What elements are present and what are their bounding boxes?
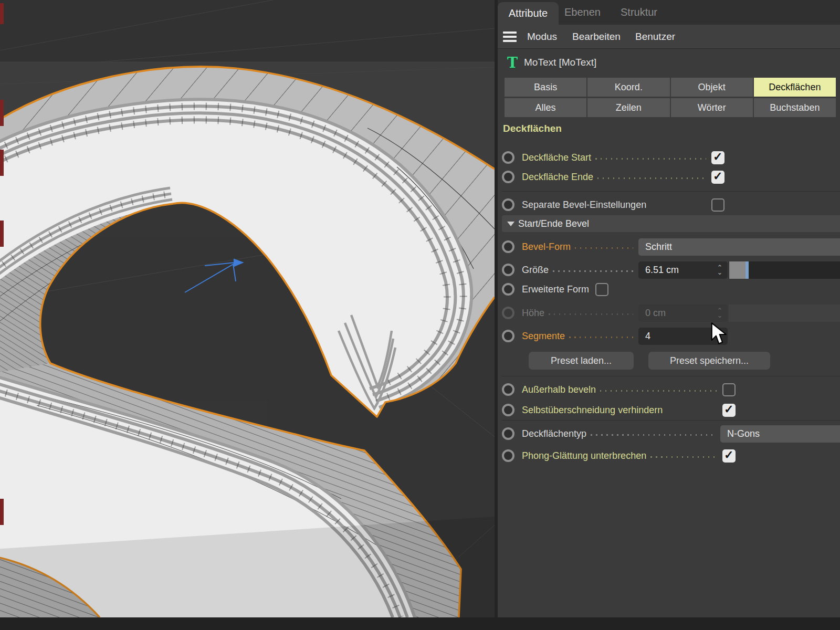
preset-load-button[interactable]: Preset laden... — [529, 352, 634, 370]
tab-attribute[interactable]: Attribute — [498, 2, 559, 25]
tab-buchstaben[interactable]: Buchstaben — [754, 98, 836, 117]
field-label: Bevel-Form — [522, 242, 571, 253]
row-hoehe: Höhe 0 cm ⌃⌄ — [498, 303, 840, 322]
field-label: Höhe — [522, 308, 544, 319]
row-deckflaechentyp: Deckflächentyp N-Gons — [498, 424, 840, 443]
anim-dot[interactable] — [502, 151, 514, 164]
collapse-triangle-icon — [507, 222, 514, 226]
anim-dot[interactable] — [502, 404, 514, 416]
tab-struktur[interactable]: Struktur — [621, 0, 657, 25]
anim-dot[interactable] — [502, 171, 514, 183]
group-label: Start/Ende Bevel — [518, 218, 589, 229]
field-label: Separate Bevel-Einstellungen — [522, 200, 646, 211]
dotted-leader — [591, 434, 715, 436]
anim-dot[interactable] — [502, 449, 514, 462]
group-start-ende-bevel[interactable]: Start/Ende Bevel — [502, 215, 840, 232]
checkbox-phong-glaettung[interactable] — [722, 449, 736, 463]
anim-dot[interactable] — [502, 264, 514, 276]
attribute-manager-panel: Attribute Ebenen Struktur Modus Bearbeit… — [498, 0, 840, 617]
stepper-icon: ⌃⌄ — [714, 308, 726, 318]
field-label: Selbstüberschneidung verhindern — [522, 405, 663, 416]
checkbox-deckflaeche-start[interactable] — [711, 151, 724, 164]
stepper-icon[interactable]: ⌃⌄ — [714, 265, 726, 275]
hamburger-menu-icon[interactable] — [503, 32, 517, 42]
viewport-render — [0, 0, 495, 617]
checkbox-deckflaeche-ende[interactable] — [711, 171, 724, 184]
anim-dot[interactable] — [502, 330, 514, 342]
field-label: Außerhalb beveln — [522, 384, 596, 395]
left-edge-chip — [0, 3, 4, 24]
row-phong-glaettung: Phong-Glättung unterbrechen — [498, 446, 736, 465]
separator — [502, 420, 840, 421]
field-label: Segmente — [522, 331, 565, 342]
row-segmente: Segmente 4 ⌃⌄ — [498, 327, 840, 345]
menu-benutzer[interactable]: Benutzer — [635, 25, 675, 49]
tab-ebenen[interactable]: Ebenen — [564, 0, 601, 25]
left-edge-chip — [0, 499, 4, 525]
row-erweiterte-form: Erweiterte Form — [498, 280, 608, 299]
anim-dot[interactable] — [502, 383, 514, 396]
panel-tab-bar: Attribute Ebenen Struktur — [498, 0, 840, 25]
dotted-leader — [650, 456, 717, 458]
anim-dot[interactable] — [502, 283, 514, 296]
tab-koord[interactable]: Koord. — [587, 78, 669, 97]
row-deckflaeche-start: Deckfläche Start — [498, 148, 724, 167]
dotted-leader — [569, 337, 633, 338]
left-edge-chip — [0, 100, 4, 126]
object-name[interactable]: MoText [MoText] — [524, 57, 596, 68]
input-hoehe: 0 cm ⌃⌄ — [638, 304, 728, 322]
dotted-leader — [600, 390, 717, 392]
separator — [502, 191, 840, 192]
checkbox-ausserhalb-beveln[interactable] — [722, 383, 736, 396]
left-edge-chip — [0, 220, 4, 247]
field-label: Deckflächentyp — [522, 428, 586, 439]
anim-dot[interactable] — [502, 240, 514, 253]
row-separate-bevel: Separate Bevel-Einstellungen — [498, 195, 724, 214]
anim-dot[interactable] — [502, 427, 514, 440]
tab-woerter[interactable]: Wörter — [671, 98, 753, 117]
slider-hoehe-disabled — [729, 304, 840, 322]
anim-dot — [502, 307, 514, 319]
left-edge-chip — [0, 150, 4, 176]
dropdown-bevel-form[interactable]: Schritt — [638, 238, 840, 256]
dotted-leader — [549, 313, 633, 315]
panel-menu-bar: Modus Bearbeiten Benutzer — [498, 25, 840, 49]
tab-deckflaechen[interactable]: Deckflächen — [754, 78, 836, 97]
menu-bearbeiten[interactable]: Bearbeiten — [572, 25, 621, 49]
row-bevel-form: Bevel-Form Schritt — [498, 237, 840, 256]
row-deckflaeche-ende: Deckfläche Ende — [498, 167, 724, 186]
anim-dot[interactable] — [502, 198, 514, 211]
row-groesse: Größe 6.51 cm ⌃⌄ — [498, 260, 840, 279]
field-label: Deckfläche Start — [522, 152, 591, 163]
checkbox-erweiterte-form[interactable] — [595, 283, 608, 296]
row-selbstueberschneidung: Selbstüberschneidung verhindern — [498, 401, 736, 419]
dotted-leader — [575, 247, 633, 249]
viewport-3d[interactable] — [0, 0, 495, 617]
slider-groesse[interactable] — [729, 261, 840, 279]
tab-alles[interactable]: Alles — [505, 98, 586, 117]
separator — [502, 376, 840, 376]
attribute-tab-grid: Basis Koord. Objekt Deckflächen Alles Ze… — [505, 78, 836, 117]
object-header: T MoText [MoText] — [498, 49, 840, 76]
menu-modus[interactable]: Modus — [527, 25, 557, 49]
dotted-leader — [595, 158, 706, 160]
dropdown-deckflaechentyp[interactable]: N-Gons — [720, 425, 840, 443]
slider-handle[interactable] — [746, 261, 749, 279]
field-label: Phong-Glättung unterbrechen — [522, 450, 646, 461]
row-ausserhalb-beveln: Außerhalb beveln — [498, 380, 736, 399]
motext-icon: T — [502, 55, 523, 71]
field-label: Deckfläche Ende — [522, 172, 593, 183]
field-label: Erweiterte Form — [522, 284, 589, 295]
checkbox-separate-bevel[interactable] — [711, 198, 724, 212]
input-groesse[interactable]: 6.51 cm ⌃⌄ — [638, 261, 728, 279]
tab-objekt[interactable]: Objekt — [671, 78, 753, 97]
tab-zeilen[interactable]: Zeilen — [587, 98, 669, 117]
input-segmente[interactable]: 4 ⌃⌄ — [638, 328, 728, 345]
preset-save-button[interactable]: Preset speichern... — [648, 352, 770, 370]
field-label: Größe — [522, 265, 549, 276]
stepper-icon[interactable]: ⌃⌄ — [714, 331, 726, 341]
checkbox-selbstueberschneidung[interactable] — [722, 404, 736, 417]
tab-basis[interactable]: Basis — [505, 78, 586, 97]
section-heading: Deckflächen — [503, 123, 562, 134]
dotted-leader — [597, 177, 706, 179]
